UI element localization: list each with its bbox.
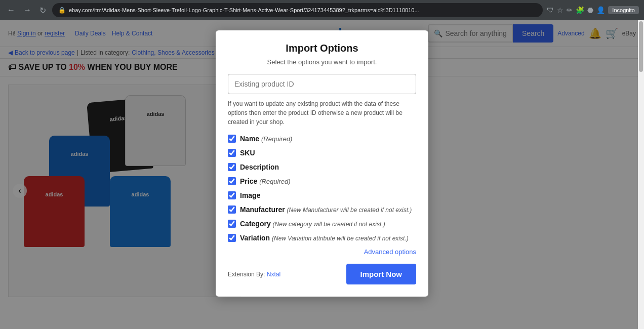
modal-title: Import Options [228,43,416,54]
image-label: Image [240,191,260,199]
nav-back-btn[interactable]: ← [5,4,17,17]
helper-text: If you want to update any existing produ… [228,99,416,127]
nav-forward-btn[interactable]: → [21,4,33,17]
url-text: ebay.com/itm/Adidas-Mens-Short-Sleeve-Tr… [69,7,419,13]
price-label: Price (Required) [240,177,291,185]
puzzle-icon: 🧩 [576,6,584,14]
modal-scrollbar[interactable] [638,20,644,329]
name-label: Name (Required) [240,135,292,143]
checkbox-description: Description [228,163,416,171]
name-checkbox[interactable] [228,135,236,143]
import-options-modal: Import Options Select the options you wa… [216,30,428,297]
description-checkbox[interactable] [228,163,236,171]
advanced-options-link[interactable]: Advanced options [364,248,416,256]
extension-by: Extension By: Nxtal [228,271,280,278]
import-now-button[interactable]: Import Now [346,264,417,284]
star-icon: ☆ [557,6,564,14]
variation-checkbox[interactable] [228,234,236,242]
shield-icon: 🛡 [547,6,554,14]
checkbox-name: Name (Required) [228,135,416,143]
category-label: Category (New category will be created i… [240,220,385,228]
lock-icon: 🔒 [58,7,66,14]
checkbox-manufacturer: Manufacturer (New Manufacturer will be c… [228,205,416,214]
advanced-options-section: Advanced options [228,248,416,256]
variation-label: Variation (New Variation attribute will … [240,234,409,242]
checkbox-price: Price (Required) [228,177,416,185]
checkbox-variation: Variation (New Variation attribute will … [228,234,416,242]
browser-icons: 🛡 ☆ ✏ 🧩 ⬣ 👤 Incognito [547,6,639,14]
nav-refresh-btn[interactable]: ↻ [37,4,48,17]
sku-checkbox[interactable] [228,149,236,157]
ext-icon: ⬣ [587,6,593,14]
price-checkbox[interactable] [228,177,236,185]
product-id-input[interactable] [228,74,416,94]
ebay-page: Hi! Sign in or register Daily Deals Help… [0,20,644,329]
manufacturer-label: Manufacturer (New Manufacturer will be c… [240,205,412,214]
profile-icon: 👤 [596,6,605,14]
nxtal-link[interactable]: Nxtal [267,271,280,278]
modal-subtitle: Select the options you want to import. [228,58,416,66]
sku-label: SKU [240,149,255,157]
checkbox-image: Image [228,191,416,199]
modal-footer: Extension By: Nxtal Import Now [228,264,416,284]
checkbox-sku: SKU [228,149,416,157]
manufacturer-checkbox[interactable] [228,205,236,214]
category-checkbox[interactable] [228,220,236,228]
modal-overlay: Import Options Select the options you wa… [0,20,644,329]
description-label: Description [240,163,279,171]
incognito-badge: Incognito [608,6,639,14]
checkbox-category: Category (New category will be created i… [228,220,416,228]
pen-icon: ✏ [567,6,573,14]
address-bar[interactable]: 🔒 ebay.com/itm/Adidas-Mens-Short-Sleeve-… [52,3,543,17]
browser-chrome: ← → ↻ 🔒 ebay.com/itm/Adidas-Mens-Short-S… [0,0,644,20]
scrollbar-thumb [639,21,643,72]
image-checkbox[interactable] [228,191,236,199]
